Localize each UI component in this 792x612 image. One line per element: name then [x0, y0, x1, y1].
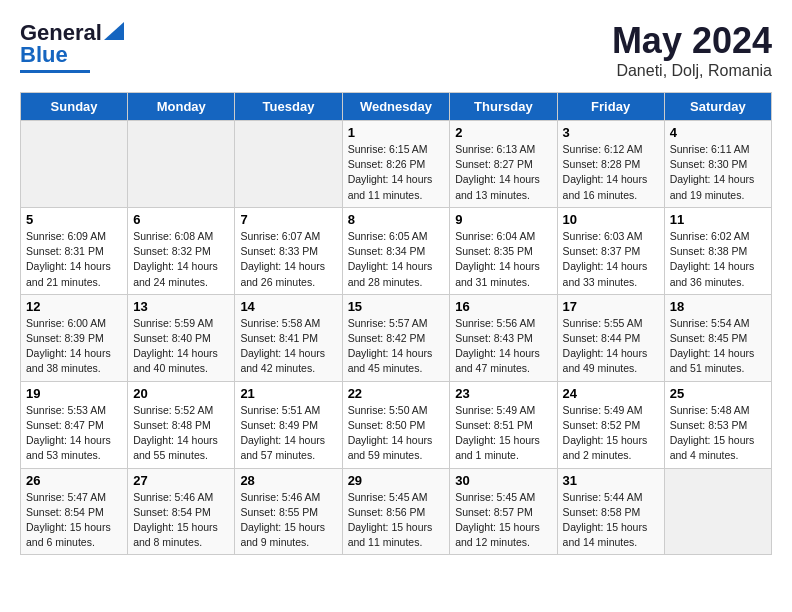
day-info: Sunrise: 5:46 AM Sunset: 8:54 PM Dayligh…: [133, 490, 229, 551]
day-number: 16: [455, 299, 551, 314]
day-number: 24: [563, 386, 659, 401]
week-row-2: 5Sunrise: 6:09 AM Sunset: 8:31 PM Daylig…: [21, 207, 772, 294]
day-cell: 21Sunrise: 5:51 AM Sunset: 8:49 PM Dayli…: [235, 381, 342, 468]
day-cell: 2Sunrise: 6:13 AM Sunset: 8:27 PM Daylig…: [450, 121, 557, 208]
day-cell: 4Sunrise: 6:11 AM Sunset: 8:30 PM Daylig…: [664, 121, 771, 208]
svg-marker-0: [104, 22, 124, 40]
day-cell: 14Sunrise: 5:58 AM Sunset: 8:41 PM Dayli…: [235, 294, 342, 381]
day-cell: 3Sunrise: 6:12 AM Sunset: 8:28 PM Daylig…: [557, 121, 664, 208]
day-number: 31: [563, 473, 659, 488]
day-number: 3: [563, 125, 659, 140]
day-info: Sunrise: 5:50 AM Sunset: 8:50 PM Dayligh…: [348, 403, 445, 464]
page-header: General Blue May 2024 Daneti, Dolj, Roma…: [20, 20, 772, 80]
day-cell: 31Sunrise: 5:44 AM Sunset: 8:58 PM Dayli…: [557, 468, 664, 555]
day-cell: 19Sunrise: 5:53 AM Sunset: 8:47 PM Dayli…: [21, 381, 128, 468]
day-number: 20: [133, 386, 229, 401]
day-cell: 12Sunrise: 6:00 AM Sunset: 8:39 PM Dayli…: [21, 294, 128, 381]
day-number: 19: [26, 386, 122, 401]
day-cell: 9Sunrise: 6:04 AM Sunset: 8:35 PM Daylig…: [450, 207, 557, 294]
day-number: 23: [455, 386, 551, 401]
day-number: 11: [670, 212, 766, 227]
day-info: Sunrise: 6:02 AM Sunset: 8:38 PM Dayligh…: [670, 229, 766, 290]
day-info: Sunrise: 5:55 AM Sunset: 8:44 PM Dayligh…: [563, 316, 659, 377]
logo-icon: [104, 22, 124, 40]
day-info: Sunrise: 5:45 AM Sunset: 8:57 PM Dayligh…: [455, 490, 551, 551]
title-block: May 2024 Daneti, Dolj, Romania: [612, 20, 772, 80]
day-number: 12: [26, 299, 122, 314]
day-number: 5: [26, 212, 122, 227]
logo: General Blue: [20, 20, 124, 73]
day-info: Sunrise: 6:09 AM Sunset: 8:31 PM Dayligh…: [26, 229, 122, 290]
day-number: 29: [348, 473, 445, 488]
day-number: 10: [563, 212, 659, 227]
day-cell: 13Sunrise: 5:59 AM Sunset: 8:40 PM Dayli…: [128, 294, 235, 381]
col-header-thursday: Thursday: [450, 93, 557, 121]
calendar-title: May 2024: [612, 20, 772, 62]
day-cell: 22Sunrise: 5:50 AM Sunset: 8:50 PM Dayli…: [342, 381, 450, 468]
day-cell: 5Sunrise: 6:09 AM Sunset: 8:31 PM Daylig…: [21, 207, 128, 294]
day-number: 4: [670, 125, 766, 140]
day-info: Sunrise: 5:44 AM Sunset: 8:58 PM Dayligh…: [563, 490, 659, 551]
day-info: Sunrise: 6:00 AM Sunset: 8:39 PM Dayligh…: [26, 316, 122, 377]
day-info: Sunrise: 6:08 AM Sunset: 8:32 PM Dayligh…: [133, 229, 229, 290]
day-number: 15: [348, 299, 445, 314]
day-number: 9: [455, 212, 551, 227]
day-cell: 20Sunrise: 5:52 AM Sunset: 8:48 PM Dayli…: [128, 381, 235, 468]
day-cell: [664, 468, 771, 555]
day-cell: 17Sunrise: 5:55 AM Sunset: 8:44 PM Dayli…: [557, 294, 664, 381]
day-info: Sunrise: 5:52 AM Sunset: 8:48 PM Dayligh…: [133, 403, 229, 464]
day-info: Sunrise: 5:53 AM Sunset: 8:47 PM Dayligh…: [26, 403, 122, 464]
day-number: 13: [133, 299, 229, 314]
day-cell: 18Sunrise: 5:54 AM Sunset: 8:45 PM Dayli…: [664, 294, 771, 381]
logo-underline: [20, 70, 90, 73]
day-cell: 7Sunrise: 6:07 AM Sunset: 8:33 PM Daylig…: [235, 207, 342, 294]
day-info: Sunrise: 5:48 AM Sunset: 8:53 PM Dayligh…: [670, 403, 766, 464]
day-number: 1: [348, 125, 445, 140]
calendar-table: SundayMondayTuesdayWednesdayThursdayFrid…: [20, 92, 772, 555]
day-number: 8: [348, 212, 445, 227]
day-info: Sunrise: 5:46 AM Sunset: 8:55 PM Dayligh…: [240, 490, 336, 551]
day-info: Sunrise: 5:56 AM Sunset: 8:43 PM Dayligh…: [455, 316, 551, 377]
day-number: 6: [133, 212, 229, 227]
day-cell: [128, 121, 235, 208]
col-header-monday: Monday: [128, 93, 235, 121]
week-row-3: 12Sunrise: 6:00 AM Sunset: 8:39 PM Dayli…: [21, 294, 772, 381]
day-info: Sunrise: 6:12 AM Sunset: 8:28 PM Dayligh…: [563, 142, 659, 203]
day-info: Sunrise: 6:15 AM Sunset: 8:26 PM Dayligh…: [348, 142, 445, 203]
day-number: 26: [26, 473, 122, 488]
day-info: Sunrise: 5:58 AM Sunset: 8:41 PM Dayligh…: [240, 316, 336, 377]
day-number: 17: [563, 299, 659, 314]
day-number: 2: [455, 125, 551, 140]
col-header-friday: Friday: [557, 93, 664, 121]
week-row-4: 19Sunrise: 5:53 AM Sunset: 8:47 PM Dayli…: [21, 381, 772, 468]
day-number: 18: [670, 299, 766, 314]
day-cell: 30Sunrise: 5:45 AM Sunset: 8:57 PM Dayli…: [450, 468, 557, 555]
col-header-sunday: Sunday: [21, 93, 128, 121]
day-cell: [235, 121, 342, 208]
day-info: Sunrise: 6:03 AM Sunset: 8:37 PM Dayligh…: [563, 229, 659, 290]
day-info: Sunrise: 5:51 AM Sunset: 8:49 PM Dayligh…: [240, 403, 336, 464]
day-number: 14: [240, 299, 336, 314]
day-info: Sunrise: 5:57 AM Sunset: 8:42 PM Dayligh…: [348, 316, 445, 377]
week-row-1: 1Sunrise: 6:15 AM Sunset: 8:26 PM Daylig…: [21, 121, 772, 208]
logo-blue: Blue: [20, 42, 68, 67]
day-info: Sunrise: 6:07 AM Sunset: 8:33 PM Dayligh…: [240, 229, 336, 290]
calendar-subtitle: Daneti, Dolj, Romania: [612, 62, 772, 80]
day-cell: [21, 121, 128, 208]
col-header-tuesday: Tuesday: [235, 93, 342, 121]
day-number: 7: [240, 212, 336, 227]
day-cell: 29Sunrise: 5:45 AM Sunset: 8:56 PM Dayli…: [342, 468, 450, 555]
day-cell: 23Sunrise: 5:49 AM Sunset: 8:51 PM Dayli…: [450, 381, 557, 468]
day-info: Sunrise: 5:45 AM Sunset: 8:56 PM Dayligh…: [348, 490, 445, 551]
day-number: 25: [670, 386, 766, 401]
day-cell: 27Sunrise: 5:46 AM Sunset: 8:54 PM Dayli…: [128, 468, 235, 555]
day-info: Sunrise: 5:59 AM Sunset: 8:40 PM Dayligh…: [133, 316, 229, 377]
day-cell: 26Sunrise: 5:47 AM Sunset: 8:54 PM Dayli…: [21, 468, 128, 555]
col-header-wednesday: Wednesday: [342, 93, 450, 121]
day-number: 28: [240, 473, 336, 488]
day-info: Sunrise: 6:05 AM Sunset: 8:34 PM Dayligh…: [348, 229, 445, 290]
day-cell: 8Sunrise: 6:05 AM Sunset: 8:34 PM Daylig…: [342, 207, 450, 294]
calendar-body: 1Sunrise: 6:15 AM Sunset: 8:26 PM Daylig…: [21, 121, 772, 555]
day-info: Sunrise: 5:49 AM Sunset: 8:52 PM Dayligh…: [563, 403, 659, 464]
day-cell: 15Sunrise: 5:57 AM Sunset: 8:42 PM Dayli…: [342, 294, 450, 381]
